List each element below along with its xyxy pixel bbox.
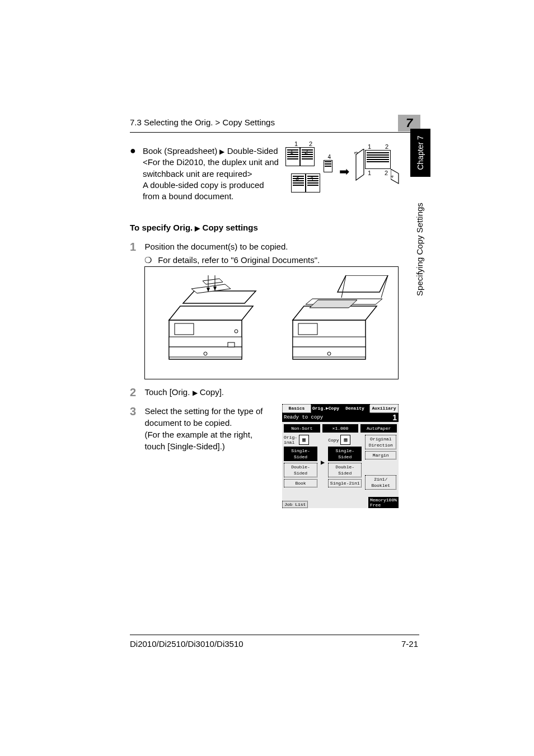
btn-orig-double[interactable]: Double- Sided xyxy=(284,463,317,477)
page-number: 2 xyxy=(385,143,388,150)
orig-icon: ▦ xyxy=(299,435,309,445)
page-number: 4 xyxy=(310,175,313,181)
step-1-sub-text: For details, refer to "6 Original Docume… xyxy=(158,255,320,265)
side-caption: Specifying Copy Settings xyxy=(411,182,428,316)
memory-indicator: Memory100% Free xyxy=(368,497,399,508)
page-number: 1 xyxy=(368,143,371,150)
footer-model: Di2010/Di2510/Di3010/Di3510 xyxy=(130,639,243,649)
dst-front-1: 1 2 1 2 xyxy=(365,150,391,169)
bullet-desc: A double-sided copy is produced from a b… xyxy=(143,180,264,201)
svg-marker-24 xyxy=(310,300,357,308)
header-rule xyxy=(130,132,419,133)
bullet-title-a: Book (Spreadsheet) xyxy=(143,146,217,156)
step-number: 3 xyxy=(130,405,142,418)
subheading-a: To specify Orig. xyxy=(130,223,193,232)
footer-rule xyxy=(130,635,419,635)
svg-marker-21 xyxy=(338,275,388,292)
page-number: 1 xyxy=(368,170,371,176)
bullet-dot-icon: ● xyxy=(130,145,136,202)
btn-job-list[interactable]: Job List xyxy=(282,501,308,508)
ts-counter: 1 xyxy=(392,413,397,422)
step-text: Touch [Orig. ▶ Copy]. xyxy=(144,386,224,398)
copy-label: Copy xyxy=(328,438,339,443)
step-text: Select the setting for the type of docum… xyxy=(144,405,273,452)
page-number: 4 xyxy=(327,154,331,160)
btn-autopaper[interactable]: AutoPaper xyxy=(360,424,397,433)
page-number: 2 xyxy=(385,170,388,176)
ts-status-text: Ready to copy xyxy=(284,415,323,420)
btn-non-sort[interactable]: Non-Sort xyxy=(284,424,320,433)
ts-main-area: Orig- inal ▦ Single- Sided Double- Sided… xyxy=(284,435,397,490)
copier-svg-2 xyxy=(279,275,391,370)
ts-right-col: Original Direction Margin 2in1/ Booklet xyxy=(365,435,396,490)
step2-b: Copy]. xyxy=(200,387,224,397)
ts-status-bar: Ready to copy 1 xyxy=(282,413,399,422)
step-number: 1 xyxy=(130,241,142,253)
ts-tab-density[interactable]: Density xyxy=(340,404,369,413)
btn-booklet[interactable]: 2in1/ Booklet xyxy=(365,475,396,490)
svg-marker-7 xyxy=(169,306,253,320)
touchscreen: Basics Orig.▶Copy Density Auxiliary Read… xyxy=(282,404,399,508)
arrow-right-icon: ▶ xyxy=(195,224,200,232)
illustration-box xyxy=(144,266,399,379)
page: 7.3 Selecting the Orig. > Copy Settings … xyxy=(0,0,534,756)
btn-copy-double[interactable]: Double- Sided xyxy=(328,463,362,477)
svg-rect-13 xyxy=(228,342,235,347)
ts-copy-col: Copy ▦ Single- Sided Double- Sided Singl… xyxy=(328,435,362,487)
section-title: 7.3 Selecting the Orig. > Copy Settings xyxy=(130,118,275,127)
copier-adf-illustration xyxy=(145,267,271,379)
copy-icon: ▦ xyxy=(340,435,350,445)
arrow-right-icon: ➡ xyxy=(339,165,349,179)
touchscreen-inner: Basics Orig.▶Copy Density Auxiliary Read… xyxy=(282,404,399,508)
btn-zoom[interactable]: ×1.000 xyxy=(322,424,359,433)
bullet-note: <For the Di2010, the duplex unit and swi… xyxy=(143,157,279,178)
page-number: 1 xyxy=(294,140,298,147)
ts-tab-basics[interactable]: Basics xyxy=(282,404,311,413)
svg-rect-25 xyxy=(298,323,317,335)
ts-top-row: Non-Sort ×1.000 AutoPaper xyxy=(284,424,397,433)
ts-tabs: Basics Orig.▶Copy Density Auxiliary xyxy=(282,404,399,413)
chapter-tab: Chapter 7 xyxy=(410,129,430,177)
btn-orig-single[interactable]: Single- Sided xyxy=(284,447,317,461)
side-caption-text: Specifying Copy Settings xyxy=(415,203,424,296)
arrow-right-icon: ▶ xyxy=(321,458,325,467)
copier-svg-1 xyxy=(152,275,264,370)
svg-rect-17 xyxy=(293,337,366,347)
btn-margin[interactable]: Margin xyxy=(365,451,396,459)
page-number: 2 xyxy=(305,148,308,155)
arrow-right-icon: ▶ xyxy=(219,148,224,156)
step-1-sub: ❍ For details, refer to "6 Original Docu… xyxy=(144,255,320,265)
btn-original-direction[interactable]: Original Direction xyxy=(365,435,396,449)
orig-label: Orig- inal xyxy=(284,435,297,445)
dst-back-4: 4 xyxy=(391,169,402,186)
step-text: Position the document(s) to be copied. xyxy=(144,241,288,252)
bullet-text: Book (Spreadsheet) ▶ Double-Sided <For t… xyxy=(143,145,281,202)
step2-a: Touch [Orig. xyxy=(144,387,190,397)
page-number: 1 xyxy=(290,148,293,155)
subheading-b: Copy settings xyxy=(203,223,258,232)
svg-text:3: 3 xyxy=(354,152,359,154)
step-number: 2 xyxy=(130,386,142,399)
page-number: 2 xyxy=(309,140,312,147)
procedure-heading: To specify Orig. ▶ Copy settings xyxy=(130,223,258,232)
sub-bullet-icon: ❍ xyxy=(144,255,156,265)
src-sample-4: 4 xyxy=(324,160,332,172)
bullet-item: ● Book (Spreadsheet) ▶ Double-Sided <For… xyxy=(130,145,281,202)
step-2: 2 Touch [Orig. ▶ Copy]. xyxy=(130,386,224,399)
header-row: 7.3 Selecting the Orig. > Copy Settings xyxy=(130,118,411,127)
footer-page-number: 7-21 xyxy=(401,639,418,649)
arrow-right-icon: ▶ xyxy=(193,389,198,397)
page-number: 3 xyxy=(296,175,299,181)
btn-orig-book[interactable]: Book xyxy=(284,479,317,487)
bullet-title-b: Double-Sided xyxy=(227,146,278,156)
ts-tab-origcopy[interactable]: Orig.▶Copy xyxy=(311,404,340,413)
copier-glass-illustration xyxy=(271,267,398,379)
chapter-tab-label: Chapter 7 xyxy=(416,135,425,170)
svg-marker-19 xyxy=(293,306,377,320)
ts-tab-auxiliary[interactable]: Auxiliary xyxy=(369,404,399,413)
btn-copy-single[interactable]: Single- Sided xyxy=(328,447,362,461)
step-3: 3 Select the setting for the type of doc… xyxy=(130,405,273,452)
step-1: 1 Position the document(s) to be copied. xyxy=(130,241,288,253)
btn-copy-single2in1[interactable]: Single-2in1 xyxy=(328,479,362,487)
svg-rect-12 xyxy=(175,323,194,335)
